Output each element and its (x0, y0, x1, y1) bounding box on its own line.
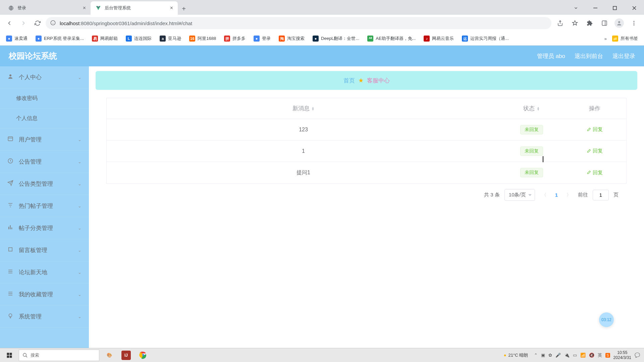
pagination-total: 共 3 条 (484, 192, 500, 198)
bookmarks-overflow-icon[interactable]: » (604, 36, 607, 41)
tab-title: 后台管理系统 (105, 5, 131, 11)
bookmark-star-icon[interactable] (568, 17, 582, 29)
bookmark-item[interactable]: L连连国际 (123, 34, 154, 43)
sidebar-sub-profile-info[interactable]: 个人信息 (0, 109, 89, 129)
exit-to-front-link[interactable]: 退出到前台 (575, 52, 603, 60)
sidebar-item-forum[interactable]: 论坛新天地 ⌄ (0, 261, 89, 284)
sidebar-item-announce[interactable]: 公告管理 ⌄ (0, 151, 89, 173)
tray-battery-icon[interactable]: ▭ (573, 353, 577, 358)
taskbar-weather[interactable]: ● 21°C 晴朗 (504, 352, 528, 358)
bar-icon (7, 224, 15, 232)
cell-message: 1 (107, 148, 500, 154)
column-header-message[interactable]: 新消息 ▲▼ (107, 105, 500, 112)
tray-volume-icon[interactable]: 🔇 (589, 353, 594, 358)
goto-page-input[interactable] (593, 190, 609, 200)
send-icon (7, 180, 15, 188)
taskbar-clock[interactable]: 10:55 2024/3/31 (613, 350, 631, 360)
bookmark-item[interactable]: ♪网易云音乐 (421, 34, 457, 43)
clock-icon (7, 158, 15, 166)
taskbar-app-idea[interactable]: IJ (118, 348, 134, 362)
search-icon (22, 353, 28, 358)
browser-tab-1[interactable]: 后台管理系统 × (91, 1, 178, 15)
sidebar-item-profile[interactable]: 个人中心 ⌃ (0, 66, 89, 88)
chevron-down-icon: ⌄ (78, 159, 82, 164)
reply-button[interactable]: 回复 (586, 126, 603, 133)
chevron-down-icon[interactable] (566, 1, 586, 15)
sort-icon: ▲▼ (537, 107, 540, 111)
menu-icon[interactable] (627, 17, 641, 29)
maximize-button[interactable] (605, 1, 625, 15)
svg-rect-15 (9, 248, 12, 251)
floating-timer-badge[interactable]: 03:12 (599, 312, 614, 327)
bookmark-item[interactable]: ᴬᴱAE助手翻译器，免... (365, 34, 418, 43)
sidebar-item-favorites[interactable]: 我的收藏管理 ⌄ (0, 284, 89, 306)
tab-close-icon[interactable]: × (83, 5, 86, 11)
taskbar-app-paint[interactable]: 🎨 (101, 348, 117, 362)
all-bookmarks-button[interactable]: 📁所有书签 (609, 34, 641, 43)
side-panel-icon[interactable] (598, 17, 611, 29)
svg-rect-10 (8, 137, 13, 141)
sidebar-item-guestbook[interactable]: 留言板管理 ⌄ (0, 239, 89, 261)
tray-icon[interactable]: ✿ (548, 353, 552, 358)
tray-wifi-icon[interactable]: 📶 (580, 353, 586, 358)
crop-icon (7, 246, 15, 254)
bookmark-item[interactable]: 运运营实习周报（通... (459, 34, 512, 43)
prev-page-button[interactable]: 〈 (540, 192, 548, 198)
sidebar-item-post-category[interactable]: 帖子分类管理 ⌄ (0, 217, 89, 239)
taskbar-search-input[interactable]: 搜索 (19, 350, 99, 361)
bookmark-item[interactable]: 16阿里1688 (186, 34, 219, 43)
tray-sogou-icon[interactable]: S (605, 353, 610, 358)
bookmark-item[interactable]: 拼拼多多 (221, 34, 248, 43)
new-tab-button[interactable]: + (178, 3, 190, 15)
forward-button[interactable] (17, 17, 30, 29)
sidebar-item-users[interactable]: 用户管理 ⌄ (0, 129, 89, 151)
bookmark-item[interactable]: 易网易邮箱 (89, 34, 120, 43)
app-title: 校园论坛系统 (9, 51, 57, 61)
vue-icon (95, 5, 101, 11)
reply-button[interactable]: 回复 (586, 148, 603, 154)
tray-expand-icon[interactable]: ⌃ (534, 353, 538, 358)
url-input[interactable]: localhost:8080/springbootr0361/admin/dis… (46, 17, 551, 29)
bookmark-item[interactable]: a亚马逊 (157, 34, 184, 43)
next-page-button[interactable]: 〉 (565, 192, 573, 198)
sidebar-item-system[interactable]: 系统管理 ⌄ (0, 306, 89, 328)
current-user-label[interactable]: 管理员 abo (537, 52, 565, 60)
extensions-icon[interactable] (583, 17, 596, 29)
svg-point-5 (618, 21, 620, 23)
tab-title: 登录 (17, 5, 26, 11)
sidebar-item-hot-posts[interactable]: 热门帖子管理 ⌄ (0, 195, 89, 217)
minimize-button[interactable] (586, 1, 605, 15)
reply-button[interactable]: 回复 (586, 170, 603, 176)
tray-mic-icon[interactable]: 🎤 (555, 353, 561, 358)
breadcrumb-home[interactable]: 首页 (343, 77, 355, 84)
bookmark-item[interactable]: ●登录 (251, 34, 273, 43)
bookmark-item[interactable]: ●速卖通 (3, 34, 30, 43)
share-icon[interactable] (553, 17, 567, 29)
page-size-select[interactable]: 10条/页 (504, 189, 535, 201)
logout-link[interactable]: 退出登录 (612, 52, 635, 60)
profile-icon[interactable] (612, 17, 626, 29)
url-text: localhost:8080/springbootr0361/admin/dis… (60, 20, 547, 26)
bookmark-item[interactable]: ●DeepL翻译：全世... (310, 34, 362, 43)
back-button[interactable] (3, 17, 15, 29)
list-icon (7, 291, 15, 298)
tray-power-icon[interactable]: 🔌 (564, 353, 570, 358)
browser-tab-0[interactable]: 登录 × (3, 1, 91, 15)
tray-notifications-icon[interactable]: 💬 (635, 353, 640, 358)
taskbar-app-chrome[interactable] (135, 348, 151, 362)
column-header-status[interactable]: 状态 ▲▼ (500, 105, 563, 112)
close-window-button[interactable] (625, 1, 644, 15)
sidebar-sub-change-password[interactable]: 修改密码 (0, 88, 89, 109)
reload-button[interactable] (32, 17, 44, 29)
cell-message: 123 (107, 127, 500, 133)
page-number-current[interactable]: 1 (553, 192, 560, 198)
tray-icon[interactable]: ▣ (541, 353, 545, 358)
tab-close-icon[interactable]: × (170, 5, 173, 11)
site-info-icon[interactable] (50, 20, 56, 26)
bookmark-item[interactable]: 淘淘宝搜索 (276, 34, 307, 43)
start-button[interactable] (0, 348, 19, 362)
bookmark-item[interactable]: ●ERP系统 登录采集... (33, 34, 87, 43)
tray-ime-label[interactable]: 英 (598, 352, 602, 358)
sidebar-item-announce-type[interactable]: 公告类型管理 ⌄ (0, 173, 89, 195)
goto-suffix: 页 (613, 192, 619, 198)
